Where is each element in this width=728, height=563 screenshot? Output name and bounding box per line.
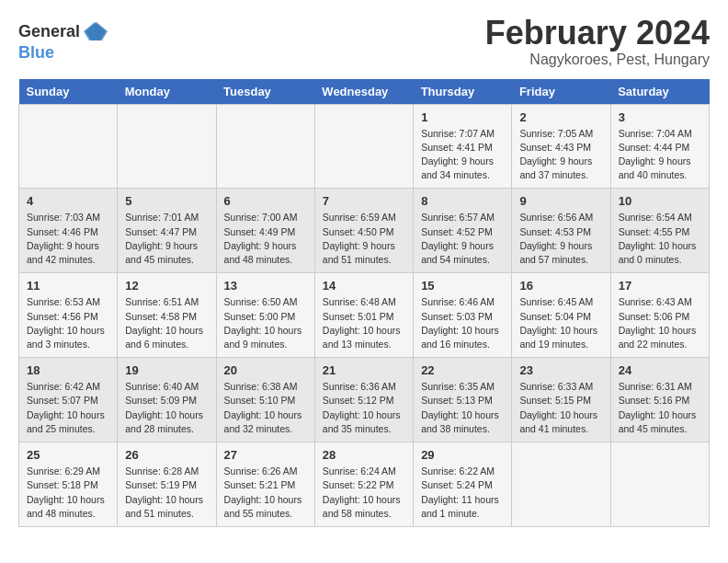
day-number: 11 <box>27 279 109 293</box>
day-number: 25 <box>27 448 109 462</box>
day-number: 1 <box>421 110 504 124</box>
day-number: 19 <box>125 363 208 377</box>
day-number: 15 <box>421 279 504 293</box>
day-number: 17 <box>619 279 701 293</box>
day-number: 14 <box>323 279 405 293</box>
day-info: Sunrise: 7:03 AM Sunset: 4:46 PM Dayligh… <box>27 211 109 267</box>
logo-icon <box>82 18 108 44</box>
day-number: 3 <box>619 110 701 124</box>
calendar-header: SundayMondayTuesdayWednesdayThursdayFrid… <box>19 79 710 105</box>
calendar-day-cell <box>314 104 413 189</box>
calendar-day-cell: 11Sunrise: 6:53 AM Sunset: 4:56 PM Dayli… <box>19 273 118 358</box>
calendar-day-cell: 26Sunrise: 6:28 AM Sunset: 5:19 PM Dayli… <box>118 442 216 527</box>
calendar-day-cell: 19Sunrise: 6:40 AM Sunset: 5:09 PM Dayli… <box>118 358 216 442</box>
day-info: Sunrise: 6:40 AM Sunset: 5:09 PM Dayligh… <box>125 380 208 436</box>
day-number: 9 <box>519 194 602 208</box>
month-title: February 2024 <box>485 15 710 52</box>
day-info: Sunrise: 6:59 AM Sunset: 4:50 PM Dayligh… <box>323 211 405 267</box>
day-info: Sunrise: 6:28 AM Sunset: 5:19 PM Dayligh… <box>125 465 208 521</box>
calendar-day-cell <box>19 104 118 189</box>
calendar-day-cell: 7Sunrise: 6:59 AM Sunset: 4:50 PM Daylig… <box>314 189 413 273</box>
day-info: Sunrise: 6:36 AM Sunset: 5:12 PM Dayligh… <box>323 380 405 436</box>
weekday-header-friday: Friday <box>512 79 610 105</box>
calendar-day-cell: 29Sunrise: 6:22 AM Sunset: 5:24 PM Dayli… <box>414 442 512 527</box>
day-info: Sunrise: 7:01 AM Sunset: 4:47 PM Dayligh… <box>125 211 208 267</box>
day-number: 20 <box>224 363 307 377</box>
calendar-day-cell: 4Sunrise: 7:03 AM Sunset: 4:46 PM Daylig… <box>19 189 118 273</box>
page-header: General Blue February 2024 Nagykoroes, P… <box>18 15 710 68</box>
calendar-day-cell: 16Sunrise: 6:45 AM Sunset: 5:04 PM Dayli… <box>512 273 610 358</box>
calendar-day-cell: 18Sunrise: 6:42 AM Sunset: 5:07 PM Dayli… <box>19 358 118 442</box>
day-info: Sunrise: 6:26 AM Sunset: 5:21 PM Dayligh… <box>224 465 307 521</box>
day-number: 24 <box>619 363 701 377</box>
day-number: 27 <box>224 448 307 462</box>
day-info: Sunrise: 6:54 AM Sunset: 4:55 PM Dayligh… <box>619 211 701 267</box>
day-info: Sunrise: 6:29 AM Sunset: 5:18 PM Dayligh… <box>27 465 109 521</box>
day-number: 10 <box>619 194 701 208</box>
day-info: Sunrise: 6:42 AM Sunset: 5:07 PM Dayligh… <box>27 380 109 436</box>
day-number: 16 <box>519 279 602 293</box>
day-number: 8 <box>421 194 504 208</box>
day-info: Sunrise: 7:05 AM Sunset: 4:43 PM Dayligh… <box>519 127 602 183</box>
day-info: Sunrise: 6:45 AM Sunset: 5:04 PM Dayligh… <box>519 295 602 351</box>
weekday-header-saturday: Saturday <box>610 79 709 105</box>
calendar-day-cell: 27Sunrise: 6:26 AM Sunset: 5:21 PM Dayli… <box>216 442 314 527</box>
day-number: 21 <box>323 363 405 377</box>
calendar-body: 1Sunrise: 7:07 AM Sunset: 4:41 PM Daylig… <box>19 104 710 526</box>
day-info: Sunrise: 6:35 AM Sunset: 5:13 PM Dayligh… <box>421 380 504 436</box>
day-number: 29 <box>421 448 504 462</box>
day-number: 18 <box>27 363 109 377</box>
logo: General Blue <box>18 18 108 61</box>
calendar-day-cell: 10Sunrise: 6:54 AM Sunset: 4:55 PM Dayli… <box>610 189 709 273</box>
calendar-day-cell <box>512 442 610 527</box>
calendar-day-cell: 28Sunrise: 6:24 AM Sunset: 5:22 PM Dayli… <box>314 442 413 527</box>
calendar-day-cell: 13Sunrise: 6:50 AM Sunset: 5:00 PM Dayli… <box>216 273 314 358</box>
calendar-day-cell: 1Sunrise: 7:07 AM Sunset: 4:41 PM Daylig… <box>414 104 512 189</box>
day-info: Sunrise: 7:00 AM Sunset: 4:49 PM Dayligh… <box>224 211 307 267</box>
calendar-day-cell: 8Sunrise: 6:57 AM Sunset: 4:52 PM Daylig… <box>414 189 512 273</box>
day-info: Sunrise: 6:50 AM Sunset: 5:00 PM Dayligh… <box>224 295 307 351</box>
day-info: Sunrise: 6:57 AM Sunset: 4:52 PM Dayligh… <box>421 211 504 267</box>
weekday-header-row: SundayMondayTuesdayWednesdayThursdayFrid… <box>19 79 710 105</box>
calendar-day-cell: 2Sunrise: 7:05 AM Sunset: 4:43 PM Daylig… <box>512 104 610 189</box>
day-info: Sunrise: 6:33 AM Sunset: 5:15 PM Dayligh… <box>519 380 602 436</box>
calendar-day-cell <box>216 104 314 189</box>
day-number: 4 <box>27 194 109 208</box>
day-number: 6 <box>224 194 307 208</box>
location-title: Nagykoroes, Pest, Hungary <box>485 52 710 68</box>
calendar-day-cell: 22Sunrise: 6:35 AM Sunset: 5:13 PM Dayli… <box>414 358 512 442</box>
day-number: 22 <box>421 363 504 377</box>
day-number: 28 <box>323 448 405 462</box>
weekday-header-monday: Monday <box>118 79 216 105</box>
calendar-week-row: 4Sunrise: 7:03 AM Sunset: 4:46 PM Daylig… <box>19 189 710 273</box>
day-info: Sunrise: 6:46 AM Sunset: 5:03 PM Dayligh… <box>421 295 504 351</box>
title-section: February 2024 Nagykoroes, Pest, Hungary <box>485 15 710 68</box>
calendar-day-cell: 25Sunrise: 6:29 AM Sunset: 5:18 PM Dayli… <box>19 442 118 527</box>
calendar-day-cell: 15Sunrise: 6:46 AM Sunset: 5:03 PM Dayli… <box>414 273 512 358</box>
weekday-header-thursday: Thursday <box>414 79 512 105</box>
calendar-day-cell: 3Sunrise: 7:04 AM Sunset: 4:44 PM Daylig… <box>610 104 709 189</box>
calendar-day-cell: 14Sunrise: 6:48 AM Sunset: 5:01 PM Dayli… <box>314 273 413 358</box>
day-info: Sunrise: 6:31 AM Sunset: 5:16 PM Dayligh… <box>619 380 701 436</box>
calendar-day-cell: 9Sunrise: 6:56 AM Sunset: 4:53 PM Daylig… <box>512 189 610 273</box>
day-number: 7 <box>323 194 405 208</box>
day-number: 13 <box>224 279 307 293</box>
weekday-header-tuesday: Tuesday <box>216 79 314 105</box>
day-info: Sunrise: 7:04 AM Sunset: 4:44 PM Dayligh… <box>619 127 701 183</box>
calendar-day-cell: 12Sunrise: 6:51 AM Sunset: 4:58 PM Dayli… <box>118 273 216 358</box>
calendar-day-cell: 6Sunrise: 7:00 AM Sunset: 4:49 PM Daylig… <box>216 189 314 273</box>
calendar-day-cell: 24Sunrise: 6:31 AM Sunset: 5:16 PM Dayli… <box>610 358 709 442</box>
calendar-day-cell: 5Sunrise: 7:01 AM Sunset: 4:47 PM Daylig… <box>118 189 216 273</box>
day-number: 12 <box>125 279 208 293</box>
calendar-table: SundayMondayTuesdayWednesdayThursdayFrid… <box>18 79 710 527</box>
calendar-day-cell <box>610 442 709 527</box>
day-number: 26 <box>125 448 208 462</box>
day-number: 23 <box>519 363 602 377</box>
day-info: Sunrise: 6:24 AM Sunset: 5:22 PM Dayligh… <box>323 465 405 521</box>
day-info: Sunrise: 6:56 AM Sunset: 4:53 PM Dayligh… <box>519 211 602 267</box>
day-info: Sunrise: 6:51 AM Sunset: 4:58 PM Dayligh… <box>125 295 208 351</box>
calendar-week-row: 25Sunrise: 6:29 AM Sunset: 5:18 PM Dayli… <box>19 442 710 527</box>
calendar-week-row: 11Sunrise: 6:53 AM Sunset: 4:56 PM Dayli… <box>19 273 710 358</box>
calendar-day-cell: 21Sunrise: 6:36 AM Sunset: 5:12 PM Dayli… <box>314 358 413 442</box>
day-info: Sunrise: 7:07 AM Sunset: 4:41 PM Dayligh… <box>421 127 504 183</box>
